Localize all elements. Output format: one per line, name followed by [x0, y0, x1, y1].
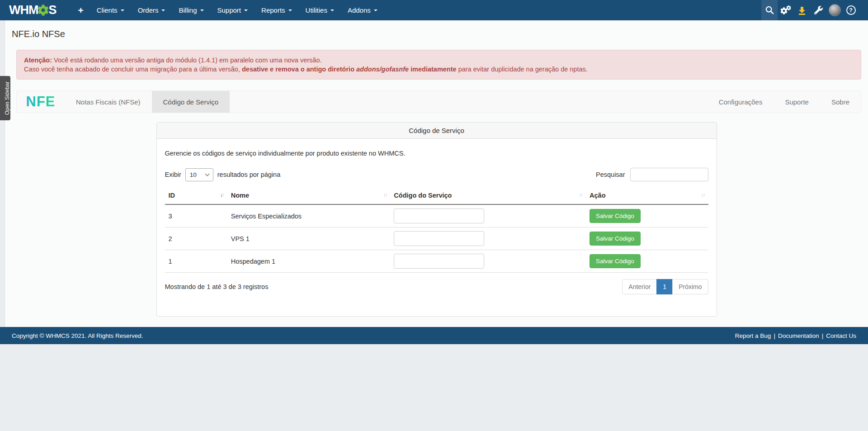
download-icon: [797, 6, 807, 15]
help-button[interactable]: ?: [843, 0, 859, 20]
service-code-panel: Código de Serviço Gerencie os códigos de…: [156, 122, 717, 317]
cell-id: 1: [165, 250, 227, 273]
column-header-codigo[interactable]: Código do Serviço: [390, 187, 586, 204]
length-label-prefix: Exibir: [165, 171, 181, 178]
results-per-page-control: Exibir 10 resultados por página: [165, 168, 281, 181]
save-code-button[interactable]: Salvar Código: [590, 232, 641, 246]
menu-billing[interactable]: Billing: [172, 0, 210, 20]
main-content: NFE.io NFSe Atenção: Você está rodando u…: [5, 20, 868, 327]
column-header-acao[interactable]: Ação: [586, 187, 708, 204]
tab-codigo-de-servico[interactable]: Código de Serviço: [152, 91, 230, 113]
cell-nome: Serviços Especializados: [227, 204, 391, 227]
pagination: Anterior 1 Próximo: [622, 279, 708, 294]
chevron-down-icon: [288, 9, 292, 11]
menu-addons[interactable]: Addons: [341, 0, 384, 20]
cell-id: 2: [165, 227, 227, 250]
search-button[interactable]: [761, 0, 778, 20]
top-navbar: WHM S + Clients Orders Billing Support R…: [0, 0, 868, 20]
menu-orders[interactable]: Orders: [131, 0, 172, 20]
menu-utilities[interactable]: Utilities: [299, 0, 341, 20]
search-control: Pesquisar: [596, 168, 708, 181]
chevron-down-icon: [205, 171, 209, 176]
whmcs-logo-text-right: S: [48, 3, 56, 17]
menu-clients[interactable]: Clients: [90, 0, 131, 20]
tab-suporte[interactable]: Suporte: [774, 91, 820, 113]
pagination-page-1[interactable]: 1: [656, 279, 673, 294]
search-input[interactable]: [630, 168, 708, 181]
documentation-link[interactable]: Documentation: [778, 332, 819, 339]
module-tab-bar: NFE Notas Fiscais (NFSe) Código de Servi…: [16, 90, 861, 113]
avatar: [829, 4, 841, 16]
whmcs-logo[interactable]: WHM S: [9, 3, 57, 17]
sort-icon[interactable]: [220, 192, 224, 198]
panel-title: Código de Serviço: [157, 123, 717, 139]
page-title: NFE.io NFSe: [5, 20, 868, 39]
service-code-input[interactable]: [394, 208, 484, 223]
chevron-down-icon: [161, 9, 165, 11]
save-code-button[interactable]: Salvar Código: [590, 209, 641, 223]
open-sidebar-tab[interactable]: Open Sidebar: [0, 76, 10, 120]
nfe-logo: NFE: [17, 91, 65, 113]
tab-sobre[interactable]: Sobre: [820, 91, 861, 113]
results-per-page-select[interactable]: 10: [185, 168, 213, 181]
pagination-next[interactable]: Próximo: [672, 279, 708, 294]
wrench-icon: [814, 6, 823, 14]
service-code-input[interactable]: [394, 254, 484, 269]
menu-support[interactable]: Support: [211, 0, 255, 20]
help-icon: ?: [846, 5, 856, 15]
copyright-text: Copyright © WHMCS 2021. All Rights Reser…: [12, 332, 143, 339]
table-row: 3 Serviços Especializados Salvar Código: [165, 204, 708, 227]
chevron-down-icon: [374, 9, 377, 11]
report-a-bug-link[interactable]: Report a Bug: [735, 332, 771, 339]
add-new-button[interactable]: +: [72, 0, 90, 20]
table-header-row: ID Nome Código do Serviço Ação: [165, 187, 708, 204]
tab-notas-fiscais[interactable]: Notas Fiscais (NFSe): [65, 91, 152, 113]
chevron-down-icon: [330, 9, 334, 11]
alert-line-2: Caso você tenha acabado de concluir uma …: [24, 65, 854, 74]
service-code-table: ID Nome Código do Serviço Ação 3 Serviço…: [165, 187, 708, 273]
column-header-id[interactable]: ID: [165, 187, 227, 204]
whmcs-gear-icon: [38, 5, 49, 16]
chevron-down-icon: [200, 9, 204, 11]
select-value: 10: [190, 171, 197, 178]
menu-reports[interactable]: Reports: [255, 0, 299, 20]
cell-nome: Hospedagem 1: [227, 250, 391, 273]
panel-body: Gerencie os códigos de serviço individua…: [157, 139, 717, 316]
system-tools-button[interactable]: [810, 0, 826, 20]
length-label-suffix: resultados por página: [217, 171, 280, 178]
pagination-prev[interactable]: Anterior: [622, 279, 657, 294]
gears-icon: [780, 5, 791, 15]
table-row: 2 VPS 1 Salvar Código: [165, 227, 708, 250]
sort-icon[interactable]: [579, 192, 582, 198]
column-header-nome[interactable]: Nome: [227, 187, 391, 204]
search-icon: [765, 5, 774, 15]
table-row: 1 Hospedagem 1 Salvar Código: [165, 250, 708, 273]
sort-icon[interactable]: [383, 192, 387, 198]
cell-nome: VPS 1: [227, 227, 391, 250]
alert-line-1: Atenção: Você está rodando uma versão an…: [24, 56, 854, 65]
service-code-input[interactable]: [394, 231, 484, 246]
search-label: Pesquisar: [596, 171, 625, 178]
automation-status-button[interactable]: [778, 0, 794, 20]
module-tabs-right: Configurações Suporte Sobre: [708, 91, 861, 113]
whmcs-logo-text-left: WHM: [9, 3, 38, 17]
updates-button[interactable]: [794, 0, 810, 20]
table-footer: Mostrando de 1 até 3 de 3 registros Ante…: [165, 279, 708, 294]
sort-icon[interactable]: [701, 192, 705, 198]
plus-icon: +: [78, 5, 84, 16]
cell-id: 3: [165, 204, 227, 227]
footer-links: Report a Bug|Documentation|Contact Us: [735, 332, 856, 339]
tab-configuracoes[interactable]: Configurações: [708, 91, 774, 113]
table-controls: Exibir 10 resultados por página Pesquisa…: [165, 168, 708, 181]
contact-us-link[interactable]: Contact Us: [826, 332, 856, 339]
panel-description: Gerencie os códigos de serviço individua…: [165, 150, 708, 157]
records-info: Mostrando de 1 até 3 de 3 registros: [165, 283, 269, 290]
save-code-button[interactable]: Salvar Código: [590, 254, 641, 268]
chevron-down-icon: [244, 9, 248, 11]
footer: Copyright © WHMCS 2021. All Rights Reser…: [0, 327, 868, 344]
user-menu-button[interactable]: [826, 0, 843, 20]
warning-alert: Atenção: Você está rodando uma versão an…: [16, 50, 861, 80]
chevron-down-icon: [121, 9, 124, 11]
